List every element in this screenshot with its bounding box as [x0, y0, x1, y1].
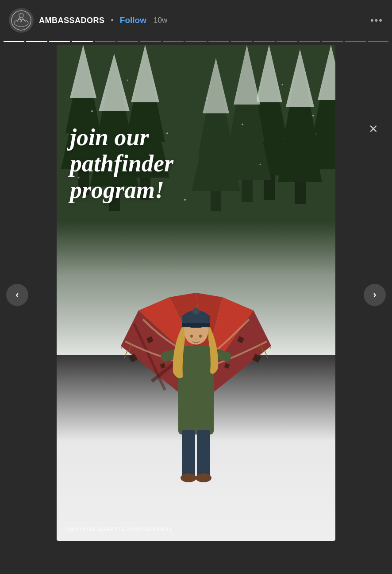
svg-point-44	[260, 164, 261, 165]
progress-segment	[208, 41, 229, 42]
svg-point-84	[195, 338, 197, 340]
svg-point-76	[196, 473, 211, 482]
svg-rect-32	[242, 180, 253, 202]
progress-segment	[140, 41, 161, 42]
story-container: join our pathfinder program!	[57, 45, 335, 541]
svg-point-75	[181, 473, 196, 482]
timestamp: 10w	[154, 16, 167, 25]
svg-line-63	[270, 347, 271, 355]
svg-point-81	[192, 308, 200, 315]
progress-segment	[49, 41, 70, 42]
story-header: AMBASSADORS • Follow 10w •••	[0, 0, 392, 41]
prev-button[interactable]: ‹	[6, 284, 28, 306]
progress-segment	[345, 41, 365, 42]
svg-point-2	[19, 13, 23, 18]
svg-rect-73	[182, 430, 195, 479]
progress-segment	[254, 41, 274, 42]
svg-point-41	[312, 115, 314, 116]
person-figure	[121, 257, 271, 505]
svg-rect-29	[211, 191, 221, 211]
progress-segment	[277, 41, 297, 42]
progress-segment	[368, 41, 388, 42]
svg-point-82	[190, 335, 193, 338]
svg-point-39	[242, 124, 243, 125]
progress-segment	[117, 41, 138, 42]
progress-segment	[185, 41, 206, 42]
progress-segment	[299, 41, 320, 42]
svg-line-60	[121, 347, 122, 355]
svg-point-83	[199, 335, 202, 338]
progress-bar-container	[0, 41, 392, 45]
progress-segment	[26, 41, 47, 42]
next-icon: ›	[373, 289, 376, 301]
svg-rect-80	[182, 323, 210, 327]
follow-button[interactable]: Follow	[120, 16, 146, 25]
svg-point-40	[282, 84, 283, 85]
svg-point-36	[127, 80, 128, 81]
separator: •	[111, 16, 114, 25]
svg-rect-21	[295, 182, 306, 204]
svg-point-35	[91, 110, 93, 112]
progress-segment	[4, 41, 24, 42]
svg-point-43	[184, 199, 186, 201]
svg-line-61	[124, 350, 127, 358]
svg-point-38	[207, 97, 208, 99]
progress-segment	[72, 41, 92, 42]
close-button[interactable]: ✕	[364, 119, 383, 139]
photo-credit: @NATALIE.SURETTE.PHOTOGRAPHY	[65, 527, 173, 532]
progress-segment	[95, 41, 115, 42]
svg-line-64	[265, 350, 268, 358]
avatar[interactable]	[9, 8, 34, 33]
more-button[interactable]: •••	[370, 15, 383, 26]
progress-segment	[163, 41, 184, 42]
prev-icon: ‹	[15, 289, 19, 301]
account-name: AMBASSADORS	[39, 16, 105, 25]
svg-rect-74	[197, 430, 210, 479]
svg-rect-70	[178, 346, 214, 434]
next-button[interactable]: ›	[364, 284, 386, 306]
story-text: join our pathfinder program!	[70, 124, 173, 203]
progress-segment	[322, 41, 343, 42]
progress-segment	[231, 41, 252, 42]
